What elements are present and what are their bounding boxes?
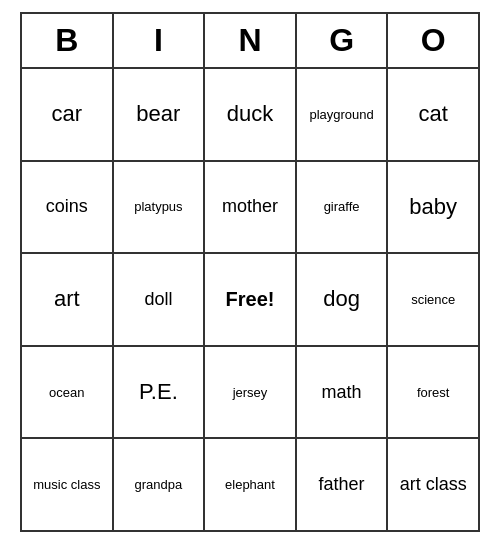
bingo-cell: ocean [22,347,114,438]
bingo-row: artdollFree!dogscience [22,254,478,347]
bingo-cell: bear [114,69,206,160]
bingo-cell: cat [388,69,478,160]
bingo-cell: doll [114,254,206,345]
bingo-header-letter: B [22,14,114,67]
bingo-cell: art [22,254,114,345]
bingo-body: carbearduckplaygroundcatcoinsplatypusmot… [22,69,478,530]
bingo-header-letter: N [205,14,297,67]
bingo-cell: jersey [205,347,297,438]
bingo-cell: science [388,254,478,345]
bingo-cell: platypus [114,162,206,253]
bingo-cell: father [297,439,389,530]
bingo-cell: playground [297,69,389,160]
bingo-row: coinsplatypusmothergiraffebaby [22,162,478,255]
bingo-card: BINGO carbearduckplaygroundcatcoinsplaty… [20,12,480,532]
bingo-row: music classgrandpaelephantfatherart clas… [22,439,478,530]
bingo-header-letter: O [388,14,478,67]
bingo-cell: car [22,69,114,160]
bingo-header: BINGO [22,14,478,69]
bingo-cell: coins [22,162,114,253]
bingo-cell: grandpa [114,439,206,530]
bingo-cell: P.E. [114,347,206,438]
bingo-cell: dog [297,254,389,345]
bingo-cell: math [297,347,389,438]
bingo-cell: art class [388,439,478,530]
bingo-cell: giraffe [297,162,389,253]
bingo-row: carbearduckplaygroundcat [22,69,478,162]
bingo-cell: Free! [205,254,297,345]
bingo-header-letter: G [297,14,389,67]
bingo-cell: baby [388,162,478,253]
bingo-row: oceanP.E.jerseymathforest [22,347,478,440]
bingo-cell: mother [205,162,297,253]
bingo-cell: forest [388,347,478,438]
bingo-cell: duck [205,69,297,160]
bingo-cell: music class [22,439,114,530]
bingo-header-letter: I [114,14,206,67]
bingo-cell: elephant [205,439,297,530]
